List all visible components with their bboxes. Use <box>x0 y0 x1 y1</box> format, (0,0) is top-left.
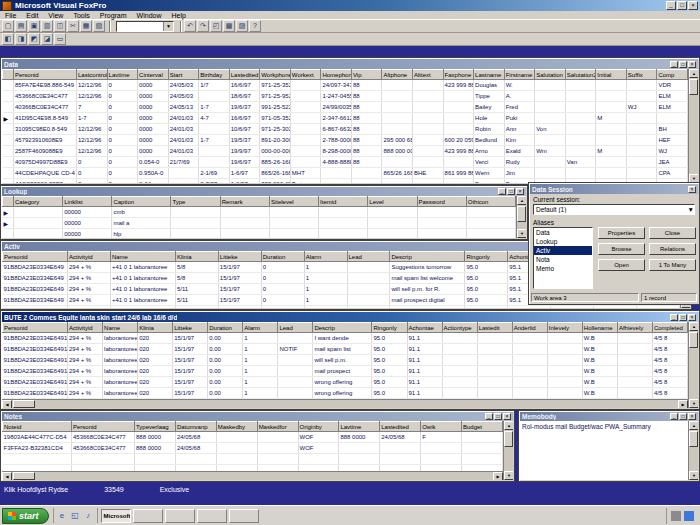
table-cell[interactable]: 0 <box>107 113 138 124</box>
table-cell[interactable]: 1 <box>243 366 278 377</box>
table-cell[interactable] <box>477 333 512 344</box>
table-cell[interactable]: Exald <box>504 146 535 157</box>
table-cell[interactable]: WOF <box>298 443 339 454</box>
horizontal-scrollbar[interactable] <box>2 399 688 408</box>
column-header[interactable]: Homephone <box>321 70 352 80</box>
table-cell[interactable]: 423 999 885 <box>443 146 474 157</box>
scroll-thumb[interactable] <box>689 332 698 348</box>
close-button[interactable] <box>688 314 696 321</box>
table-cell[interactable] <box>347 273 390 284</box>
table-cell[interactable] <box>596 157 627 168</box>
maximize-button[interactable] <box>679 314 687 321</box>
save-button[interactable]: ▣ <box>28 20 40 32</box>
table-cell[interactable] <box>339 454 380 465</box>
column-header[interactable]: Ringonly <box>465 252 508 262</box>
column-header[interactable]: Maskedby <box>216 422 257 432</box>
scroll-up-icon[interactable] <box>689 69 698 78</box>
table-cell[interactable] <box>565 91 596 102</box>
table-cell[interactable] <box>290 135 321 146</box>
table-cell[interactable]: 91.1 <box>407 388 442 399</box>
maximize-button[interactable] <box>677 1 687 10</box>
table-cell[interactable]: Verci <box>474 157 505 168</box>
column-header[interactable]: Budget <box>462 422 503 432</box>
table-cell[interactable]: 0000 <box>138 91 169 102</box>
table-cell[interactable] <box>278 366 313 377</box>
table-cell[interactable] <box>596 102 627 113</box>
table-cell[interactable] <box>512 377 547 388</box>
table-cell[interactable]: F3FFA23-B32381CD4 <box>3 443 72 454</box>
scroll-thumb[interactable] <box>689 431 698 447</box>
table-cell[interactable]: 453668C0E34C477 <box>72 443 135 454</box>
table-cell[interactable]: 91.1 <box>407 377 442 388</box>
table-cell[interactable]: 0 <box>107 135 138 146</box>
table-cell[interactable]: 0 <box>107 124 138 135</box>
table-cell[interactable] <box>382 113 413 124</box>
table-cell[interactable]: 91.1 <box>407 333 442 344</box>
table-cell[interactable] <box>413 146 444 157</box>
table-cell[interactable]: 0.00 <box>208 333 243 344</box>
table-cell[interactable]: Bedlund <box>474 135 505 146</box>
column-header[interactable]: Vip <box>351 70 382 80</box>
table-cell[interactable] <box>269 229 318 239</box>
table-cell[interactable]: 861 999 888 <box>443 168 474 179</box>
table-cell[interactable] <box>216 443 257 454</box>
table-cell[interactable]: 19/6/37 <box>229 102 260 113</box>
one-to-many-button[interactable]: 1 To Many <box>649 259 696 271</box>
grid-button[interactable]: ◨ <box>15 33 27 45</box>
table-cell[interactable]: 891-20-3006 <box>260 135 291 146</box>
table-cell[interactable]: 88 <box>351 124 382 135</box>
table-cell[interactable] <box>462 443 503 454</box>
table-cell[interactable]: W.B <box>582 388 617 399</box>
table-cell[interactable]: Puki <box>504 113 535 124</box>
column-header[interactable]: Name <box>103 323 138 333</box>
table-cell[interactable] <box>14 229 63 239</box>
chevron-down-icon[interactable] <box>163 22 173 31</box>
table-cell[interactable] <box>477 366 512 377</box>
table-cell[interactable]: 0000 <box>138 124 169 135</box>
table-cell[interactable] <box>596 135 627 146</box>
redo-button[interactable]: ↷ <box>197 20 209 32</box>
minimize-button[interactable] <box>670 61 678 68</box>
table-cell[interactable]: 00000 <box>63 229 112 239</box>
table-cell[interactable]: 15/1/97 <box>218 273 261 284</box>
help-button[interactable]: ? <box>249 20 261 32</box>
table-cell[interactable]: 91B8DA23E0334E6491 <box>3 333 68 344</box>
table-cell[interactable]: 95.0 <box>465 284 508 295</box>
table-cell[interactable]: 7 <box>77 102 108 113</box>
table-cell[interactable]: 10/6/97 <box>229 124 260 135</box>
table-cell[interactable] <box>413 113 444 124</box>
table-cell[interactable] <box>72 454 135 465</box>
table-cell[interactable] <box>547 388 582 399</box>
table-cell[interactable]: NOTIF <box>278 344 313 355</box>
table-cell[interactable]: W.B <box>582 344 617 355</box>
column-header[interactable]: Alttext <box>413 70 444 80</box>
column-header[interactable]: Maskedfor <box>257 422 298 432</box>
column-header[interactable]: Anderlid <box>512 323 547 333</box>
table-cell[interactable] <box>319 207 368 218</box>
tray-volume-icon[interactable] <box>671 511 681 521</box>
open-alias-button[interactable]: Open <box>598 259 645 271</box>
column-header[interactable]: Personid <box>14 70 77 80</box>
table-cell[interactable] <box>278 377 313 388</box>
column-header[interactable]: Lastedited <box>380 422 421 432</box>
table-cell[interactable]: 295 000 6838 <box>382 135 413 146</box>
table-cell[interactable]: F <box>421 432 462 443</box>
maximize-button[interactable] <box>494 413 502 420</box>
table-cell[interactable]: 88 <box>351 157 382 168</box>
table-cell[interactable] <box>443 179 474 184</box>
table-cell[interactable]: HEF <box>657 135 688 146</box>
table-cell[interactable]: 24/01/03 <box>168 124 199 135</box>
table-cell[interactable] <box>168 179 199 184</box>
column-header[interactable]: Litteke <box>173 323 208 333</box>
table-cell[interactable] <box>321 179 352 184</box>
window-titlebar[interactable]: Notes <box>2 412 513 421</box>
properties-button[interactable]: Properties <box>598 227 645 239</box>
column-header[interactable]: Comp <box>657 70 688 80</box>
table-cell[interactable] <box>617 355 652 366</box>
table-cell[interactable]: +41 0 1 laborantoree <box>110 273 175 284</box>
table-cell[interactable]: 88 <box>351 80 382 91</box>
table-cell[interactable]: 888 0000 <box>339 432 380 443</box>
minimize-button[interactable] <box>666 1 676 10</box>
table-cell[interactable] <box>512 366 547 377</box>
column-header[interactable]: Lead <box>347 252 390 262</box>
